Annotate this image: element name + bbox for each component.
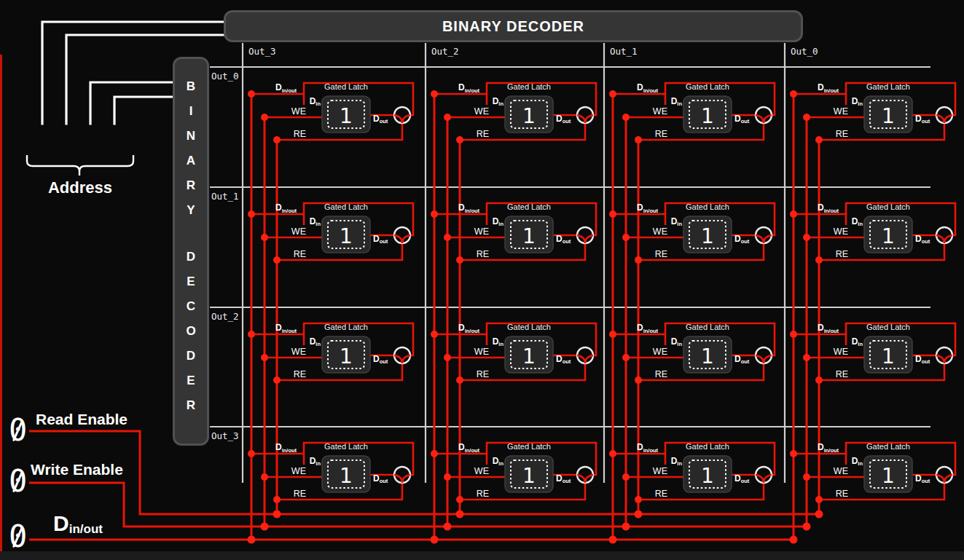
cell-wiring: 1 Gated Latch Din/out WE RE Din Dout <box>604 427 786 546</box>
stored-bit: 1 <box>522 464 536 488</box>
left-edge-strip <box>0 55 2 551</box>
re-junction-dot <box>635 136 642 143</box>
re-junction-dot <box>815 256 823 264</box>
dinout-label: Din/out <box>53 511 103 537</box>
cell-we-label: WE <box>834 106 848 117</box>
stored-bit: 1 <box>340 344 353 368</box>
column-label-out0: Out_0 <box>791 46 818 57</box>
cell-din-label: Din <box>493 216 504 227</box>
read-enable-label: Read Enable <box>36 411 128 428</box>
cell-din-label: Din <box>671 336 683 347</box>
cell-re-label: RE <box>294 249 306 259</box>
read-enable-value[interactable]: 0 <box>9 415 28 446</box>
cell-din-label: Din <box>852 456 863 467</box>
memory-cell-row0-col1: 1 Gated Latch Din/out WE RE Din Dout <box>426 67 608 186</box>
stored-bit: 1 <box>340 464 353 488</box>
cell-dinout-label: Din/out <box>637 202 659 214</box>
dinout-junction-dot <box>248 210 255 218</box>
column-label-out3: Out_3 <box>248 46 276 57</box>
cell-we-label: WE <box>834 347 848 357</box>
we-junction-dot <box>622 114 630 121</box>
gated-latch-title: Gated Latch <box>686 323 729 331</box>
gated-latch-title: Gated Latch <box>866 442 910 451</box>
cell-dinout-label: Din/out <box>275 323 297 334</box>
write-enable-value[interactable]: 0 <box>9 466 28 497</box>
cell-we-label: WE <box>474 466 489 476</box>
cell-wiring: 1 Gated Latch Din/out WE RE Din Dout <box>426 427 608 546</box>
cell-we-label: WE <box>834 466 848 476</box>
cell-wiring: 1 Gated Latch Din/out WE RE Din Dout <box>785 187 964 307</box>
stored-bit: 1 <box>882 344 895 368</box>
cell-din-label: Din <box>310 336 321 347</box>
cell-din-label: Din <box>671 96 683 107</box>
cell-dinout-label: Din/out <box>818 82 839 94</box>
dinout-junction-dot <box>609 210 616 218</box>
we-junction-dot <box>803 473 810 481</box>
stored-bit: 1 <box>340 104 353 128</box>
we-junction-dot <box>261 473 268 481</box>
cell-wiring: 1 Gated Latch Din/out WE RE Din Dout <box>426 307 608 427</box>
gated-latch-title: Gated Latch <box>507 323 551 331</box>
cell-din-label: Din <box>852 96 863 107</box>
cell-we-label: WE <box>653 106 667 117</box>
bottom-bar <box>0 551 964 560</box>
cell-din-label: Din <box>671 216 683 227</box>
write-enable-label: Write Enable <box>31 461 123 478</box>
cell-re-label: RE <box>477 129 489 139</box>
we-junction-dot <box>261 234 268 241</box>
re-junction-dot <box>456 136 463 143</box>
stored-bit: 1 <box>882 464 895 488</box>
column-label-out2: Out_2 <box>431 46 459 57</box>
ram-circuit-diagram: BINARY DECODER BINARY DECODER Address Ou… <box>0 0 964 560</box>
re-junction-dot <box>635 256 642 264</box>
stored-bit: 1 <box>701 224 714 248</box>
stored-bit: 1 <box>882 224 895 248</box>
cell-dinout-label: Din/out <box>458 202 480 214</box>
we-junction-dot <box>444 473 451 481</box>
cell-din-label: Din <box>493 336 504 347</box>
cell-re-label: RE <box>836 369 848 379</box>
write-enable-digit: 0 <box>9 463 27 499</box>
memory-cell-row0-col0: 1 Gated Latch Din/out WE RE Din Dout <box>243 67 425 186</box>
cell-din-label: Din <box>852 216 863 227</box>
cell-re-label: RE <box>477 369 489 379</box>
dinout-junction-dot <box>248 450 255 457</box>
we-junction-dot <box>803 234 810 241</box>
dinout-junction-dot <box>609 331 616 338</box>
stored-bit: 1 <box>701 344 714 368</box>
memory-cell-row1-col2: 1 Gated Latch Din/out WE RE Din Dout <box>604 187 786 307</box>
address-brace <box>27 155 133 176</box>
cell-wiring: 1 Gated Latch Din/out WE RE Din Dout <box>243 307 425 427</box>
cell-re-label: RE <box>655 249 667 259</box>
cell-dinout-label: Din/out <box>275 82 297 94</box>
we-junction-dot <box>622 473 630 481</box>
re-junction-dot <box>635 376 642 384</box>
we-junction-dot <box>622 234 630 241</box>
cell-wiring: 1 Gated Latch Din/out WE RE Din Dout <box>785 67 964 186</box>
memory-cell-row2-col0: 1 Gated Latch Din/out WE RE Din Dout <box>243 307 425 427</box>
cell-wiring: 1 Gated Latch Din/out WE RE Din Dout <box>243 187 425 307</box>
cell-we-label: WE <box>653 466 667 476</box>
dinout-junction-dot <box>790 90 797 98</box>
dinout-label-main: D <box>53 511 69 535</box>
binary-decoder-word2: DECODER <box>185 250 197 423</box>
stored-bit: 1 <box>701 464 714 488</box>
cell-we-label: WE <box>653 347 667 357</box>
binary-decoder-title: BINARY DECODER <box>442 18 584 35</box>
memory-cell-row1-col0: 1 Gated Latch Din/out WE RE Din Dout <box>243 187 425 307</box>
gated-latch-title: Gated Latch <box>686 442 729 451</box>
cell-re-label: RE <box>836 129 848 139</box>
re-junction-dot <box>815 376 823 384</box>
gated-latch-title: Gated Latch <box>324 323 368 331</box>
cell-re-label: RE <box>294 369 306 379</box>
gated-latch-title: Gated Latch <box>507 202 551 211</box>
cell-we-label: WE <box>474 106 489 117</box>
dinout-value[interactable]: 0 <box>9 521 28 552</box>
we-junction-dot <box>444 234 451 241</box>
cell-we-label: WE <box>291 347 306 357</box>
we-junction-dot <box>444 114 451 121</box>
dinout-junction-dot <box>790 210 797 218</box>
cell-re-label: RE <box>655 489 667 499</box>
gated-latch-title: Gated Latch <box>866 82 910 91</box>
cell-dinout-label: Din/out <box>458 323 480 334</box>
